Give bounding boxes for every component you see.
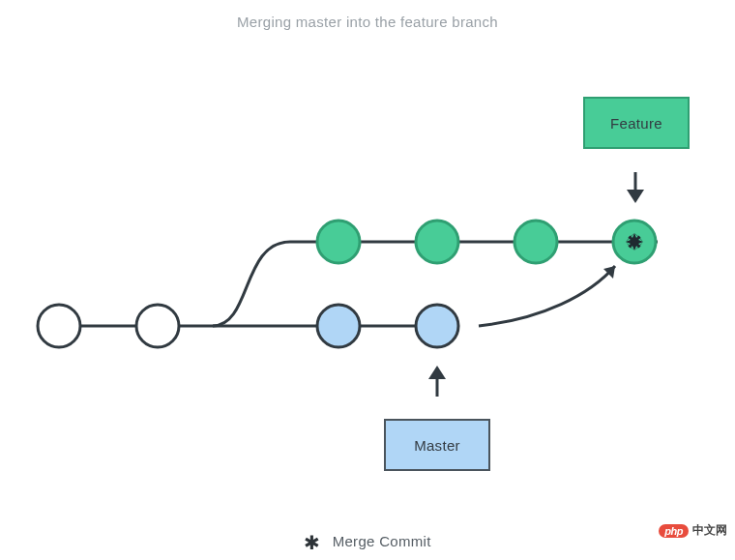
git-diagram bbox=[0, 0, 735, 560]
legend: ✱Merge Commit bbox=[0, 531, 735, 554]
watermark-badge: php bbox=[659, 524, 689, 538]
master-label-text: Master bbox=[414, 437, 460, 454]
commit-master-1 bbox=[317, 305, 360, 347]
watermark: php 中文网 bbox=[659, 522, 727, 539]
commit-feature-3 bbox=[514, 221, 557, 263]
commit-feature-2 bbox=[416, 221, 458, 263]
feature-arrow-head bbox=[627, 190, 644, 203]
commit-master-2 bbox=[416, 305, 458, 347]
legend-star-icon: ✱ bbox=[304, 532, 320, 553]
feature-label-box: Feature bbox=[583, 97, 690, 149]
legend-text: Merge Commit bbox=[333, 533, 431, 549]
commit-initial-1 bbox=[38, 305, 80, 347]
commit-feature-1 bbox=[317, 221, 360, 263]
commit-initial-2 bbox=[136, 305, 179, 347]
watermark-text: 中文网 bbox=[692, 522, 727, 539]
feature-label-text: Feature bbox=[610, 115, 662, 132]
merge-curve bbox=[479, 266, 615, 326]
master-label-box: Master bbox=[384, 419, 490, 471]
master-arrow-head bbox=[428, 366, 446, 379]
